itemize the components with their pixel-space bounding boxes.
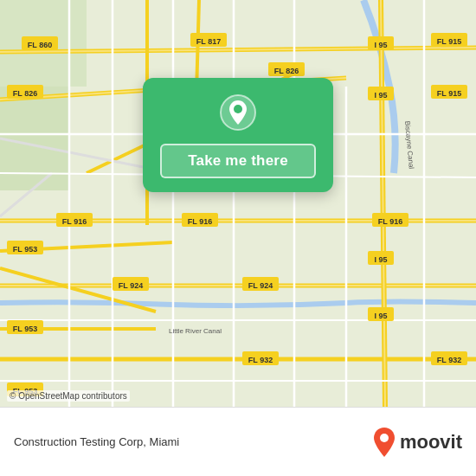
svg-text:FL 953: FL 953 xyxy=(13,245,37,254)
svg-rect-1 xyxy=(0,87,69,190)
location-pin-icon xyxy=(219,93,257,132)
svg-text:FL 915: FL 915 xyxy=(437,37,461,46)
svg-text:I 95: I 95 xyxy=(374,255,387,264)
svg-text:FL 924: FL 924 xyxy=(119,281,143,290)
svg-text:FL 826: FL 826 xyxy=(13,89,37,98)
svg-text:I 95: I 95 xyxy=(374,41,387,49)
osm-credit: © OpenStreetMap contributors xyxy=(7,390,130,402)
svg-text:FL 916: FL 916 xyxy=(378,217,402,226)
bottom-bar: Construction Testing Corp, Miami moovit xyxy=(0,407,476,476)
svg-text:FL 932: FL 932 xyxy=(248,356,273,364)
moovit-brand-label: moovit xyxy=(400,431,462,453)
location-card: Take me there xyxy=(143,78,333,192)
svg-point-81 xyxy=(380,434,389,442)
svg-text:FL 915: FL 915 xyxy=(437,89,461,98)
svg-text:FL 817: FL 817 xyxy=(196,37,221,46)
map-container: FL 860 FL 817 FL 826 FL 915 I 95 FL 826 … xyxy=(0,0,476,407)
svg-text:I 95: I 95 xyxy=(374,91,387,100)
moovit-pin-icon xyxy=(372,428,396,457)
take-me-there-button[interactable]: Take me there xyxy=(160,144,316,178)
svg-text:FL 860: FL 860 xyxy=(28,41,52,49)
svg-text:FL 932: FL 932 xyxy=(437,356,461,364)
svg-text:FL 916: FL 916 xyxy=(188,217,212,226)
location-name: Construction Testing Corp, Miami xyxy=(14,435,179,448)
svg-text:FL 924: FL 924 xyxy=(248,281,273,290)
svg-text:Little River Canal: Little River Canal xyxy=(169,327,222,335)
svg-text:FL 953: FL 953 xyxy=(13,325,37,333)
svg-text:FL 826: FL 826 xyxy=(274,67,299,75)
svg-text:FL 916: FL 916 xyxy=(62,217,87,226)
svg-text:I 95: I 95 xyxy=(374,312,387,320)
svg-point-80 xyxy=(234,105,242,113)
moovit-logo: moovit xyxy=(372,428,462,457)
